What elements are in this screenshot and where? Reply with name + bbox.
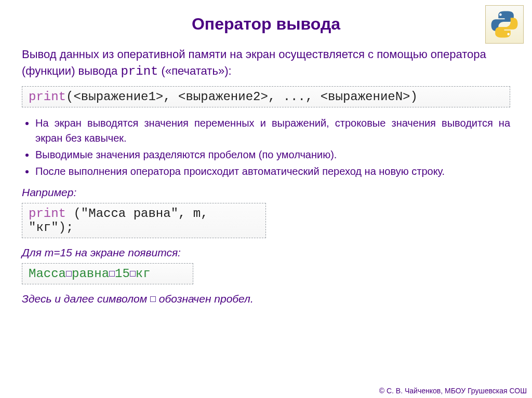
example-run-label: Для m=15 на экране появится: xyxy=(22,246,510,259)
slide-title: Оператор вывода xyxy=(0,15,532,34)
footer-credit: © С. В. Чайченков, МБОУ Грушевская СОШ xyxy=(379,387,527,395)
list-item: На экран выводятся значения переменных и… xyxy=(35,116,510,146)
keyword-print: print xyxy=(29,90,66,104)
keyword-print: print xyxy=(121,64,158,78)
space-glyph-icon xyxy=(150,296,156,302)
example-code-box: print ("Масса равна", m, "кг"); xyxy=(22,203,266,238)
svg-point-1 xyxy=(507,33,510,36)
python-logo xyxy=(485,5,524,44)
space-note: Здесь и далее символом обозначен пробел. xyxy=(22,293,510,305)
notes-list: На экран выводятся значения переменных и… xyxy=(35,116,510,179)
space-glyph-icon xyxy=(66,271,72,277)
syntax-box: print(<выражение1>, <выражение2>, ..., <… xyxy=(22,86,510,107)
intro-text: Вывод данных из оперативной памяти на эк… xyxy=(22,46,510,81)
space-glyph-icon xyxy=(130,271,136,277)
list-item: Выводимые значения разделяются пробелом … xyxy=(35,147,510,162)
keyword-print: print xyxy=(29,207,66,221)
svg-point-0 xyxy=(499,13,502,16)
space-glyph-icon xyxy=(109,271,115,277)
output-box: Массаравна15кг xyxy=(22,263,193,284)
example-label: Например: xyxy=(22,186,510,199)
list-item: После выполнения оператора происходит ав… xyxy=(35,164,510,179)
